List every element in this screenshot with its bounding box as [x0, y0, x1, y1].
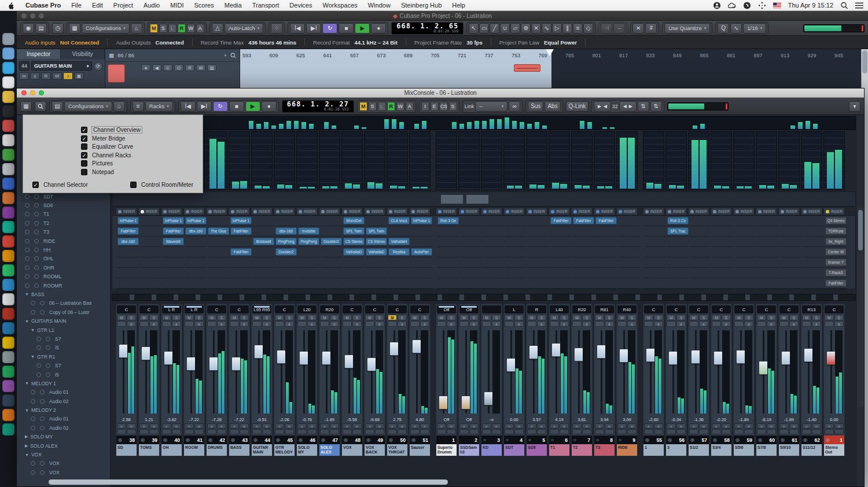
- edit-button[interactable]: e: [352, 321, 362, 327]
- quantize-value-dropdown[interactable]: 1/16▾: [743, 23, 766, 34]
- edit-channel-button[interactable]: e: [667, 423, 676, 429]
- solo-button[interactable]: S: [194, 315, 204, 320]
- dock-icon-22[interactable]: [2, 351, 14, 363]
- insert-slot[interactable]: [618, 268, 639, 278]
- extra-button[interactable]: [482, 429, 491, 434]
- tab-visibility[interactable]: Visibility: [61, 49, 105, 59]
- listen-button[interactable]: [527, 321, 536, 327]
- insert-slot[interactable]: [618, 226, 639, 237]
- edit-channel-button[interactable]: e: [734, 423, 744, 429]
- insert-slot[interactable]: [505, 226, 527, 237]
- edit-channel-button[interactable]: e: [712, 423, 721, 429]
- insert-slot[interactable]: ValhallaD: [343, 247, 365, 257]
- insert-slot[interactable]: [780, 216, 801, 226]
- pan-control[interactable]: C: [734, 305, 753, 313]
- insert-slot[interactable]: [321, 257, 342, 268]
- insert-slot[interactable]: [757, 216, 779, 226]
- insert-plugin-inphase-1[interactable]: InPhase 1: [163, 217, 184, 224]
- record-icon[interactable]: [40, 390, 45, 394]
- checkbox-icon[interactable]: ✓: [32, 182, 39, 188]
- mute-button[interactable]: M: [482, 315, 491, 320]
- edit-channel-button[interactable]: e: [297, 423, 307, 429]
- inserts-header-6[interactable]: INSER: [549, 208, 570, 215]
- stop-button[interactable]: ■: [229, 101, 244, 112]
- insert-plugin-fabfilter[interactable]: FabFilter: [163, 227, 184, 235]
- rack-state-icon[interactable]: [231, 210, 234, 213]
- rack-state-icon[interactable]: [208, 210, 212, 213]
- menu-item-project[interactable]: Project: [108, 0, 138, 10]
- insert-slot[interactable]: [185, 268, 207, 278]
- data-name-project-asm-buttons-a-button[interactable]: A: [196, 24, 204, 33]
- listen-button[interactable]: [482, 321, 491, 327]
- record-icon[interactable]: [40, 470, 45, 475]
- channel-list-item-s7[interactable]: S7: [17, 361, 110, 370]
- monitor-icon[interactable]: [31, 399, 35, 404]
- extra-button[interactable]: [230, 429, 239, 434]
- solo-button[interactable]: S: [560, 315, 569, 320]
- automation-mode-dropdown[interactable]: Auto-Latch▾: [225, 23, 263, 34]
- cycle-button[interactable]: ↻: [322, 23, 337, 34]
- insert-slot[interactable]: T-RackS: [825, 268, 847, 278]
- write-button[interactable]: w: [127, 423, 136, 429]
- mute-tool[interactable]: ✕: [531, 23, 541, 34]
- extra-button[interactable]: [388, 429, 397, 434]
- insert-plugin-replika[interactable]: Replika: [388, 248, 410, 256]
- insert-plugin-fabfilter[interactable]: FabFilter: [230, 248, 252, 256]
- insert-slot[interactable]: dbx-160: [185, 226, 207, 237]
- insert-slot[interactable]: [253, 268, 274, 278]
- edit-channel-button[interactable]: e: [207, 423, 216, 429]
- write-button[interactable]: w: [285, 423, 294, 429]
- insert-slot[interactable]: [140, 237, 161, 247]
- write-button[interactable]: w: [605, 423, 614, 429]
- menu-item-cubase-pro[interactable]: Cubase Pro: [20, 0, 66, 10]
- rack-state-icon[interactable]: [253, 210, 257, 213]
- pan-control[interactable]: C: [689, 305, 708, 313]
- go-previous-button[interactable]: I◀: [290, 23, 305, 34]
- mute-button[interactable]: M: [595, 315, 604, 320]
- extra-button[interactable]: [560, 429, 569, 434]
- channel-overview-strip[interactable]: [112, 116, 856, 130]
- edit-button[interactable]: e: [172, 321, 181, 327]
- audiowarp-icon[interactable]: ∿: [730, 23, 742, 34]
- edit-button[interactable]: e: [834, 321, 844, 327]
- extra-button[interactable]: [744, 429, 753, 434]
- write-button[interactable]: w: [722, 423, 731, 429]
- edit-channel-button[interactable]: e: [689, 423, 698, 429]
- edit-channel-button[interactable]: e: [644, 423, 653, 429]
- rack-state-icon[interactable]: [619, 210, 622, 213]
- pan-control[interactable]: C: [230, 305, 249, 313]
- insert-slot[interactable]: FabFilter: [117, 226, 139, 237]
- inserts-header-40[interactable]: INSER: [161, 208, 182, 215]
- insert-slot[interactable]: [483, 268, 504, 278]
- mute-button[interactable]: M: [365, 315, 374, 320]
- insert-slot[interactable]: [253, 226, 274, 237]
- insert-slot[interactable]: [117, 268, 139, 278]
- insert-slot[interactable]: [618, 247, 639, 257]
- project-title-bar[interactable]: ◆Cubase Pro Project - 06 - Lustration: [17, 11, 868, 21]
- insert-slot[interactable]: [573, 226, 594, 237]
- insert-slot[interactable]: [298, 278, 319, 289]
- extra-button[interactable]: [667, 429, 676, 434]
- channel-list-item-ohr[interactable]: OHR: [17, 263, 110, 272]
- listen-button[interactable]: [572, 321, 582, 327]
- write-button[interactable]: w: [789, 423, 799, 429]
- listen-button[interactable]: [459, 321, 469, 327]
- insert-slot[interactable]: [595, 268, 617, 278]
- channel-name[interactable]: VOX THROAT: [387, 444, 407, 456]
- mix-time-display[interactable]: 668. 1. 2. 27 0:03:28.553: [282, 100, 354, 113]
- chevron-down-icon[interactable]: ▼: [25, 453, 29, 457]
- rack-state-icon[interactable]: [803, 210, 807, 213]
- extra-button[interactable]: [352, 429, 362, 434]
- listen-button[interactable]: [437, 321, 446, 327]
- listen-button[interactable]: [117, 321, 126, 327]
- write-button[interactable]: w: [492, 423, 501, 429]
- trackctl-record[interactable]: ●: [141, 64, 150, 71]
- chevron-right-icon[interactable]: ▶: [25, 444, 28, 448]
- insert-slot[interactable]: [117, 257, 139, 268]
- insert-slot[interactable]: [140, 247, 161, 257]
- insert-slot[interactable]: [230, 268, 252, 278]
- rack-state-icon[interactable]: [438, 210, 442, 213]
- insert-slot[interactable]: [460, 237, 481, 247]
- edit-button[interactable]: e: [654, 321, 663, 327]
- solo-button[interactable]: S: [654, 315, 663, 320]
